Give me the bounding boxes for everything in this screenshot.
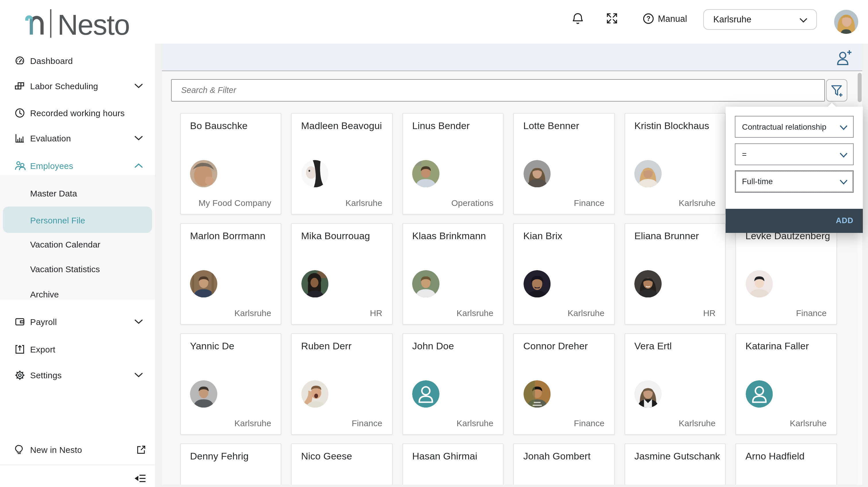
svg-text:?: ? [646, 15, 650, 22]
svg-text:Nesto: Nesto [57, 9, 129, 39]
